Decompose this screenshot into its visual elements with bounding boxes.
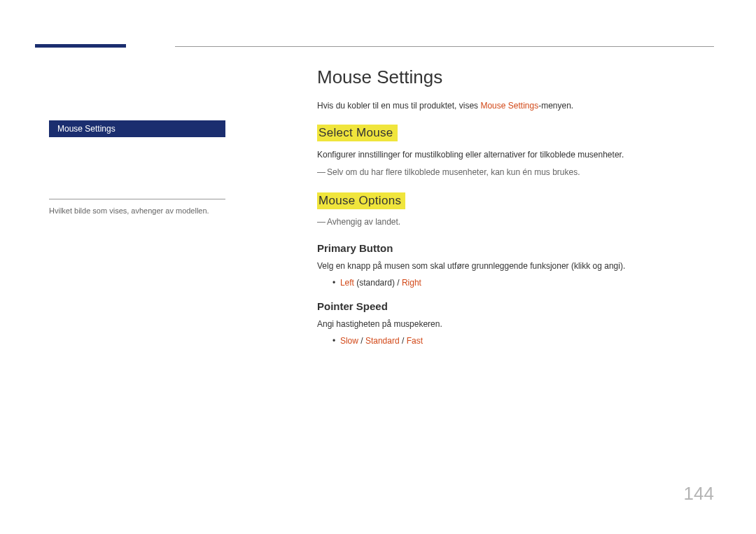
option-fast: Fast	[407, 336, 423, 346]
primary-button-body: Velg en knapp på musen som skal utføre g…	[317, 260, 714, 272]
option-sep1: /	[358, 336, 365, 346]
option-sep2: /	[400, 336, 407, 346]
sub-heading-pointer-speed: Pointer Speed	[317, 300, 714, 312]
select-mouse-body: Konfigurer innstillinger for mustilkobli…	[317, 148, 714, 161]
sidebar-divider	[49, 199, 225, 199]
mouse-options-note-text: Avhengig av landet.	[327, 217, 400, 227]
intro-ref: Mouse Settings	[480, 101, 538, 111]
intro-text: Hvis du kobler til en mus til produktet,…	[317, 101, 714, 111]
mouse-options-note: ―Avhengig av landet.	[317, 216, 714, 228]
note-dash-icon: ―	[317, 216, 327, 228]
select-mouse-note: ―Selv om du har flere tilkoblede musenhe…	[317, 167, 714, 178]
option-left: Left	[340, 278, 354, 288]
header-divider	[175, 46, 714, 47]
sidebar-item-mouse-settings[interactable]: Mouse Settings	[49, 120, 225, 137]
pointer-speed-options: • Slow / Standard / Fast	[332, 336, 714, 346]
pointer-speed-body: Angi hastigheten på muspekeren.	[317, 318, 714, 330]
option-slow: Slow	[340, 336, 358, 346]
option-standard: Standard	[365, 336, 400, 346]
sidebar: Mouse Settings Hvilket bilde som vises, …	[49, 120, 225, 215]
note-dash-icon: ―	[317, 167, 327, 178]
sidebar-item-label: Mouse Settings	[57, 124, 115, 134]
section-heading-select-mouse: Select Mouse	[317, 125, 398, 141]
intro-post: -menyen.	[538, 101, 573, 111]
option-right: Right	[402, 278, 421, 288]
option-left-suffix: (standard) /	[354, 278, 402, 288]
page-title: Mouse Settings	[317, 66, 714, 88]
page-number: 144	[684, 483, 714, 505]
intro-pre: Hvis du kobler til en mus til produktet,…	[317, 101, 480, 111]
select-mouse-note-text: Selv om du har flere tilkoblede musenhet…	[327, 167, 580, 177]
sidebar-note: Hvilket bilde som vises, avhenger av mod…	[49, 206, 225, 215]
primary-button-options: • Left (standard) / Right	[332, 278, 714, 288]
header-accent-bar	[35, 44, 126, 48]
sub-heading-primary-button: Primary Button	[317, 242, 714, 254]
section-heading-mouse-options: Mouse Options	[317, 192, 405, 209]
content-area: Mouse Settings Hvis du kobler til en mus…	[317, 66, 714, 358]
